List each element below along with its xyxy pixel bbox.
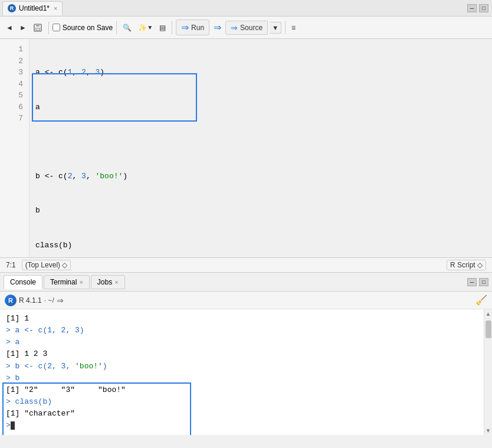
- source-on-save-checkbox[interactable]: [53, 24, 60, 31]
- back-button[interactable]: ◄: [4, 22, 15, 34]
- console-out-6: > b: [6, 372, 478, 384]
- console-out-2: > a <- c(1, 2, 3): [6, 325, 478, 336]
- console-tab-terminal[interactable]: Terminal×: [44, 275, 90, 289]
- tab-bar: R Untitled1* × ─ □: [0, 0, 492, 17]
- code-line-1: a <- c(1, 2, 3): [35, 67, 486, 79]
- toolbar-separator-4: [285, 21, 286, 34]
- console-with-scroll: [1] 1 > a <- c(1, 2, 3) > a [1] 1 2 3 > …: [0, 309, 492, 435]
- console-window-controls: ─ □: [467, 278, 492, 286]
- editor-area: 1 2 3 4 5 6 7 a <- c(1, 2, 3) a b <- c(2…: [0, 39, 492, 257]
- console-section: Console Terminal× Jobs× ─ □ R R 4.1.1 · …: [0, 273, 492, 435]
- console-prompt-line: >: [6, 420, 478, 431]
- source-dropdown-button[interactable]: ▼: [270, 22, 281, 34]
- code-line-3: [35, 136, 486, 148]
- clear-console-button[interactable]: 🧹: [475, 295, 487, 306]
- maximize-button[interactable]: □: [479, 4, 488, 12]
- toolbar-separator-2: [116, 21, 117, 34]
- console-output[interactable]: [1] 1 > a <- c(1, 2, 3) > a [1] 1 2 3 > …: [0, 309, 484, 435]
- tab-title: Untitled1*: [19, 4, 50, 12]
- scroll-up-arrow[interactable]: ▲: [484, 309, 492, 318]
- console-tab-console[interactable]: Console: [4, 275, 42, 289]
- code-line-2: a: [35, 102, 486, 113]
- console-path: · ~/: [44, 296, 54, 305]
- line-num-2: 2: [0, 55, 29, 67]
- window-controls: ─ □: [467, 4, 492, 12]
- editor-tab[interactable]: R Untitled1* ×: [2, 1, 63, 15]
- re-run-button[interactable]: ⇒: [211, 20, 224, 35]
- console-tab-bar: Console Terminal× Jobs× ─ □: [0, 273, 492, 292]
- forward-button[interactable]: ►: [17, 22, 29, 34]
- r-logo: R: [5, 295, 17, 306]
- search-button[interactable]: 🔍: [120, 22, 134, 34]
- line-num-1: 1: [0, 44, 29, 55]
- console-out-9: [1] "character": [6, 408, 478, 420]
- console-content: [1] 1 > a <- c(1, 2, 3) > a [1] 1 2 3 > …: [0, 309, 484, 435]
- console-maximize-button[interactable]: □: [479, 278, 488, 286]
- console-scrollbar[interactable]: ▲ ▼: [484, 309, 492, 435]
- console-out-7: [1] "2" "3" "boo!": [6, 384, 478, 396]
- home-button[interactable]: ⇒: [57, 296, 64, 305]
- source-button[interactable]: ⇒ Source: [225, 21, 268, 35]
- r-version: R 4.1.1: [19, 296, 42, 305]
- scroll-down-arrow[interactable]: ▼: [484, 426, 492, 435]
- code-editor[interactable]: a <- c(1, 2, 3) a b <- c(2, 3, 'boo!') b…: [29, 39, 492, 257]
- code-line-6: class(b): [35, 240, 486, 251]
- line-num-6: 6: [0, 102, 29, 113]
- tab-close-button[interactable]: ×: [54, 5, 57, 12]
- run-label: Run: [191, 24, 204, 32]
- console-out-4: [1] 1 2 3: [6, 348, 478, 360]
- line-num-4: 4: [0, 79, 29, 90]
- code-line-5: b: [35, 205, 486, 217]
- editor-toolbar: ◄ ► Source on Save 🔍 ✨▼ ▤ ⇒ Run ⇒ ⇒ Sour…: [0, 17, 492, 39]
- console-out-1: [1] 1: [6, 313, 478, 325]
- toolbar-separator-3: [172, 21, 172, 34]
- cursor-position: 7:1: [6, 261, 16, 269]
- line-num-5: 5: [0, 90, 29, 102]
- line-num-3: 3: [0, 67, 29, 79]
- minimize-button[interactable]: ─: [467, 4, 477, 12]
- line-num-7: 7: [0, 113, 29, 125]
- source-label: Source: [240, 24, 263, 32]
- menu-button[interactable]: ≡: [289, 22, 298, 34]
- console-tab-jobs[interactable]: Jobs×: [91, 275, 125, 289]
- code-line-4: b <- c(2, 3, 'boo!'): [35, 171, 486, 182]
- console-out-3: > a: [6, 336, 478, 348]
- editor-selection-box: [32, 73, 197, 122]
- toolbar-separator-1: [48, 21, 49, 34]
- save-icon: [33, 23, 42, 32]
- wand-button[interactable]: ✨▼: [136, 22, 155, 34]
- line-numbers: 1 2 3 4 5 6 7: [0, 39, 29, 257]
- console-minimize-button[interactable]: ─: [467, 278, 477, 286]
- source-on-save-text: Source on Save: [63, 24, 113, 32]
- r-file-icon: R: [8, 4, 16, 12]
- source-on-save-label[interactable]: Source on Save: [53, 24, 113, 32]
- terminal-close-icon[interactable]: ×: [79, 279, 83, 286]
- console-prompt: >: [6, 420, 11, 431]
- jobs-close-icon[interactable]: ×: [114, 279, 118, 286]
- console-out-8: > class(b): [6, 396, 478, 408]
- console-out-5: > b <- c(2, 3, 'boo!'): [6, 361, 478, 372]
- file-type[interactable]: R Script ◇: [447, 260, 486, 270]
- svg-rect-3: [36, 28, 39, 30]
- console-toolbar: R R 4.1.1 · ~/ ⇒ 🧹: [0, 292, 492, 309]
- console-cursor: [11, 421, 15, 430]
- run-button[interactable]: ⇒ Run: [176, 19, 209, 35]
- save-button[interactable]: [31, 21, 45, 34]
- format-button[interactable]: ▤: [157, 22, 168, 34]
- scrollbar-thumb[interactable]: [486, 321, 491, 338]
- code-level[interactable]: (Top Level) ◇: [22, 260, 71, 270]
- svg-rect-1: [36, 24, 40, 27]
- status-bar: 7:1 (Top Level) ◇ R Script ◇: [0, 257, 492, 273]
